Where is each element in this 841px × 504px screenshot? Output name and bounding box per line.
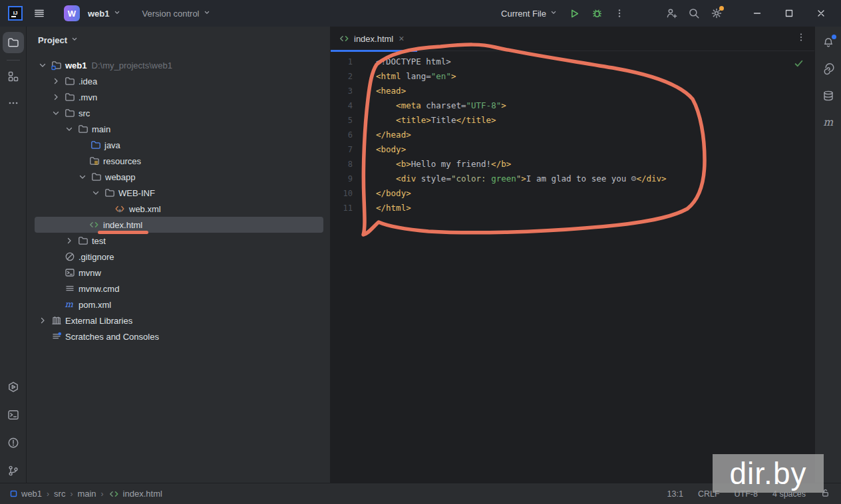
project-avatar: W [64,5,80,21]
maximize-button[interactable] [774,0,804,27]
chevron-right-icon[interactable] [51,92,61,102]
tree-item-resources[interactable]: resources [27,153,330,169]
code-line-4[interactable]: 4 <meta charset="UTF-8"> [331,98,814,113]
code-line-8[interactable]: 8 <b>Hello my friend!</b> [331,157,814,172]
tree-item-scratches-and-consoles[interactable]: Scratches and Consoles [27,328,330,344]
tab-close-icon[interactable]: × [399,33,404,44]
right-tool-stripe: m [814,27,841,483]
notifications-bell-tool-button[interactable] [818,32,839,53]
tree-item-mvnw[interactable]: mvnw [27,265,330,281]
tree-item-test[interactable]: test [27,233,330,249]
chevron-down-icon[interactable] [64,124,75,134]
debug-button[interactable] [587,3,607,23]
chevron-down-icon[interactable] [51,108,61,118]
folder-icon [77,124,88,135]
more-horizontal-tool-button[interactable] [3,92,24,114]
code-line-5[interactable]: 5 <title>Title</title> [331,113,814,128]
run-button[interactable] [564,3,584,23]
breadcrumb-item-index-html[interactable]: index.html [108,489,162,499]
tab-index-html[interactable]: index.html × [331,27,411,51]
line-number: 1 [331,55,353,69]
code-editor[interactable]: 1<!DOCTYPE html>2<html lang="en">3<head>… [331,55,814,483]
tree-item-external-libraries[interactable]: External Libraries [27,313,330,328]
chevron-right-icon[interactable] [37,315,48,326]
line-number: 6 [331,128,353,142]
close-button[interactable] [806,0,836,27]
line-number: 2 [331,69,353,84]
stripe-divider [7,60,20,61]
main-menu-button[interactable] [29,3,49,23]
html-file [108,489,120,499]
maven-file-icon: m [64,299,75,311]
caret-position[interactable]: 13:1 [667,489,683,499]
code-line-9[interactable]: 9 <div style="color: green">I am glad to… [331,172,814,186]
line-number: 9 [331,172,353,186]
tree-item-web-inf[interactable]: WEB-INF [27,185,330,201]
terminal-tool-button[interactable] [3,404,24,426]
tree-item--mvn[interactable]: .mvn [27,89,330,105]
chevron-right-icon[interactable] [64,235,75,246]
tree-item-pom-xml[interactable]: mpom.xml [27,297,330,313]
breadcrumb-item-web1[interactable]: web1 [9,489,42,499]
breadcrumb-separator: › [101,489,104,499]
tree-item-main[interactable]: main [27,121,330,137]
tree-item--idea[interactable]: .idea [27,73,330,89]
code-line-2[interactable]: 2<html lang="en"> [331,69,814,84]
minimize-button[interactable] [743,0,772,27]
code-with-me-button[interactable] [661,3,681,23]
breadcrumb-separator: › [70,489,73,499]
scratches-icon [51,331,62,342]
code-line-7[interactable]: 7<body> [331,142,814,157]
settings-button[interactable] [707,3,727,23]
tree-item--gitignore[interactable]: .gitignore [27,249,330,265]
ignore-file-icon [64,251,75,263]
project-tree: web1D:\my_projects\web1.idea.mvnsrcmainj… [27,53,330,344]
maven-tool-button[interactable]: m [818,112,839,133]
editor-options-icon[interactable] [796,32,806,45]
tree-item-web1[interactable]: web1D:\my_projects\web1 [27,57,330,73]
folder-icon [64,92,75,103]
services-tool-button[interactable] [3,376,24,398]
tree-item-index-html[interactable]: index.html [27,217,330,233]
breadcrumb-item-src[interactable]: src [54,489,65,499]
libraries-icon [51,315,62,326]
breadcrumb[interactable]: web1›src›main›index.html [0,489,162,499]
project-switcher[interactable]: web1 [88,9,121,19]
html-file-icon [339,33,350,45]
search-everywhere-button[interactable] [684,3,704,23]
database-tool-button[interactable] [818,85,839,106]
chevron-down-icon[interactable] [37,60,48,70]
chevron-down-icon[interactable] [90,188,101,198]
structure-tool-button[interactable] [3,66,24,87]
folder-icon [64,76,75,87]
chevron-right-icon[interactable] [51,76,61,86]
project-folder-tool-tool-button[interactable] [3,32,24,53]
line-number: 5 [331,113,353,128]
tree-item-web-xml[interactable]: web.xml [27,201,330,217]
line-number: 11 [331,201,353,215]
code-line-6[interactable]: 6</head> [331,128,814,142]
editor-tab-bar: index.html × [331,27,814,51]
code-line-3[interactable]: 3<head> [331,84,814,98]
tree-item-mvnw-cmd[interactable]: mvnw.cmd [27,281,330,297]
tree-item-src[interactable]: src [27,105,330,121]
tree-item-java[interactable]: java [27,137,330,153]
chevron-down-icon[interactable] [77,172,88,182]
breadcrumb-item-main[interactable]: main [77,489,96,499]
project-panel-header[interactable]: Project [27,27,330,53]
problems-tool-button[interactable] [3,432,24,453]
webxml-file-icon [114,203,126,215]
code-line-10[interactable]: 10</body> [331,186,814,201]
tree-item-webapp[interactable]: webapp [27,169,330,185]
more-actions-button[interactable] [609,3,629,23]
line-number: 3 [331,84,353,98]
line-number: 8 [331,157,353,172]
git-branch-tool-button[interactable] [3,460,24,481]
run-configuration-select[interactable]: Current File [501,9,558,19]
ai-assistant-tool-button[interactable] [818,59,839,80]
project-dir-icon [51,60,62,71]
vcs-menu[interactable]: Version control [142,9,211,19]
text-file-icon [64,283,75,295]
code-line-1[interactable]: 1<!DOCTYPE html> [331,55,814,69]
code-line-11[interactable]: 11</html> [331,201,814,215]
